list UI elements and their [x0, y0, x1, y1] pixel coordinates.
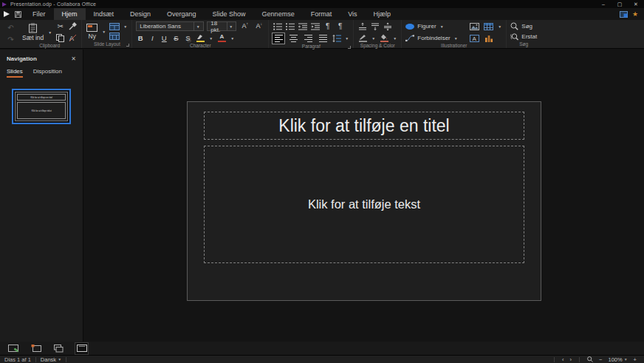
close-button[interactable]: ✕	[628, 0, 644, 8]
line-spacing-icon[interactable]	[332, 34, 341, 44]
clone-formatting-icon[interactable]	[68, 21, 78, 31]
bullet-list-icon[interactable]	[273, 21, 282, 31]
font-name-combo[interactable]: Liberation Sans ▼	[136, 21, 204, 31]
highlight-dropdown-icon[interactable]: ▼	[208, 36, 213, 41]
menu-tab-indsaet[interactable]: Indsæt	[86, 8, 123, 20]
insert-table-dropdown-icon[interactable]: ▼	[497, 24, 502, 29]
decrease-indent-icon[interactable]	[298, 21, 307, 31]
change-layout-button[interactable]	[75, 343, 88, 354]
undo-icon[interactable]: ↶	[5, 24, 16, 33]
clear-formatting-icon[interactable]: A	[68, 33, 78, 43]
display-views-icon[interactable]	[109, 33, 120, 40]
spacing-below-icon[interactable]	[370, 21, 380, 31]
paste-dropdown-icon[interactable]: ▼	[47, 30, 52, 35]
menu-tab-design[interactable]: Design	[122, 8, 159, 20]
strikethrough-button[interactable]: S	[171, 33, 180, 43]
star-icon[interactable]: ★	[632, 10, 638, 18]
menu-tab-format[interactable]: Format	[303, 8, 340, 20]
insert-chart-icon[interactable]	[483, 33, 494, 43]
spacing-above-icon[interactable]	[357, 21, 367, 31]
new-slide-button[interactable]: Ny	[86, 24, 98, 40]
menu-tab-vis[interactable]: Vis	[340, 8, 365, 20]
line-color-dropdown-icon[interactable]: ▼	[371, 36, 376, 41]
menu-tab-gennemse[interactable]: Gennemse	[254, 8, 303, 20]
increase-indent-icon[interactable]	[310, 21, 320, 31]
grow-font-icon[interactable]: A↑	[239, 21, 250, 31]
menu-tab-overgang[interactable]: Overgang	[159, 8, 205, 20]
fill-color-button[interactable]	[379, 33, 389, 43]
new-slide-dropdown-icon[interactable]: ▼	[101, 30, 106, 34]
line-color-button[interactable]	[357, 33, 368, 43]
tab-slides[interactable]: Slides	[7, 68, 23, 78]
toolbar-group-character: Liberation Sans ▼ 18 pkt. ▼ A↑ A↓ B I	[132, 20, 269, 48]
dialog-launcher-icon[interactable]	[348, 46, 351, 49]
line-spacing-dropdown-icon[interactable]: ▼	[344, 36, 349, 41]
slide-layout-dropdown-icon[interactable]: ▼	[123, 24, 128, 29]
title-placeholder[interactable]: Klik for at tilføje en titel	[204, 112, 524, 140]
connectors-dropdown-icon: ▼	[453, 36, 459, 41]
menu-tab-slideshow[interactable]: Slide Show	[205, 8, 254, 20]
bold-button[interactable]: B	[136, 33, 145, 43]
slide-count-status: Dias 1 af 1	[4, 356, 31, 363]
shrink-font-icon[interactable]: A↓	[253, 21, 264, 31]
paste-button[interactable]: Sæt ind	[21, 23, 44, 41]
minimize-button[interactable]: –	[595, 0, 612, 8]
zoom-out-button[interactable]: −	[596, 356, 605, 363]
align-left-button[interactable]	[273, 33, 284, 44]
search-label: Søg	[521, 23, 532, 30]
spacing-both-icon[interactable]	[383, 21, 392, 31]
notebookbar-toggle-icon[interactable]	[620, 11, 628, 18]
view-toolbar	[0, 342, 644, 355]
dialog-launcher-icon[interactable]	[126, 44, 129, 47]
align-center-button[interactable]	[287, 33, 299, 44]
navigation-close-icon[interactable]: ✕	[71, 55, 76, 62]
duplicate-slide-button[interactable]	[52, 343, 65, 354]
content-placeholder[interactable]: Klik for at tilføje tekst	[204, 146, 524, 263]
slide-canvas[interactable]: Klik for at tilføje en titel Klik for at…	[83, 50, 644, 342]
next-slide-button[interactable]: ›	[567, 356, 575, 363]
shadow-button[interactable]: S	[183, 33, 192, 43]
font-size-dropdown-icon: ▼	[227, 22, 234, 30]
insert-textbox-icon[interactable]: A	[469, 33, 480, 43]
menu-tab-filer[interactable]: Filer	[24, 8, 54, 20]
zoom-level-selector[interactable]: 100%▼	[605, 356, 630, 363]
highlight-color-button[interactable]	[195, 33, 205, 43]
shapes-button[interactable]: Figurer ▼	[405, 23, 466, 30]
underline-button[interactable]: U	[160, 33, 168, 43]
insert-image-icon[interactable]	[469, 21, 480, 31]
clipboard-group-label: Clipboard	[21, 43, 78, 50]
menu-tab-hjaelp[interactable]: Hjælp	[366, 8, 400, 20]
fill-color-dropdown-icon[interactable]: ▼	[392, 36, 397, 41]
font-color-button[interactable]: A	[216, 33, 227, 43]
text-direction-icon[interactable]: ¶	[335, 21, 345, 31]
start-presentation-button[interactable]	[7, 343, 19, 354]
maximize-button[interactable]: ▢	[612, 0, 628, 8]
font-size-combo[interactable]: 18 pkt. ▼	[207, 21, 236, 31]
redo-icon[interactable]: ↷	[5, 35, 16, 45]
zoom-tool-icon[interactable]	[584, 356, 596, 362]
language-selector[interactable]: Dansk▼	[41, 356, 61, 363]
align-right-button[interactable]	[302, 33, 314, 44]
previous-slide-button[interactable]: ‹	[559, 356, 567, 363]
menu-tab-hjem[interactable]: Hjem	[54, 8, 86, 20]
tab-disposition[interactable]: Disposition	[33, 68, 62, 78]
cut-icon[interactable]: ✂	[55, 21, 65, 31]
new-slide-bottom-button[interactable]	[30, 343, 42, 354]
align-justify-button[interactable]	[317, 33, 329, 44]
collabora-logo-icon	[2, 2, 7, 7]
font-color-dropdown-icon[interactable]: ▼	[230, 36, 235, 41]
italic-button[interactable]: I	[148, 33, 157, 43]
formatting-marks-icon[interactable]: ¶	[323, 21, 332, 31]
slide-thumbnail[interactable]: Klik for at tilføje en titel Klik for at…	[12, 89, 71, 124]
search-button[interactable]: Søg	[510, 22, 537, 30]
slide-layout-icon[interactable]	[109, 23, 120, 30]
zoom-in-button[interactable]: +	[631, 356, 640, 363]
copy-icon[interactable]	[55, 33, 65, 43]
numbered-list-icon[interactable]	[285, 21, 295, 31]
slide-editing-area[interactable]: Klik for at tilføje en titel Klik for at…	[187, 101, 541, 301]
insert-table-icon[interactable]	[483, 21, 494, 31]
replace-button[interactable]: Erstat	[510, 33, 537, 41]
connectors-button[interactable]: Forbindelser ▼	[405, 35, 466, 41]
save-icon[interactable]	[15, 11, 21, 18]
app-menu-icon[interactable]	[4, 11, 10, 17]
